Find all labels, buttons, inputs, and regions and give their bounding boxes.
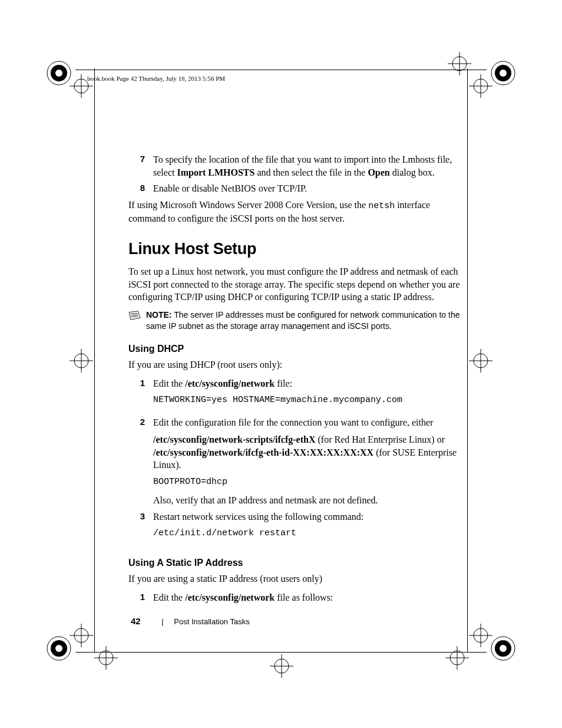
crosshair-icon xyxy=(448,52,471,75)
list-item: 1 Edit the /etc/sysconfig/network file a… xyxy=(128,591,461,604)
step-text: Edit the /etc/sysconfig/network file: xyxy=(153,377,461,390)
step-text: /etc/sysconfig/network-scripts/ifcfg-eth… xyxy=(153,433,461,472)
code-block: /etc/init.d/network restart xyxy=(153,528,461,539)
registration-mark-icon xyxy=(489,634,517,663)
list-item: 1 Edit the /etc/sysconfig/network file: … xyxy=(128,377,461,413)
note-label: NOTE: xyxy=(146,310,172,319)
step-text: Enable or disable NetBIOS over TCP/IP. xyxy=(153,182,461,195)
paragraph: If you are using a static IP address (ro… xyxy=(128,572,461,585)
crosshair-icon xyxy=(94,646,118,670)
step-text: To specify the location of the file that… xyxy=(153,153,461,179)
step-text: Edit the /etc/sysconfig/network file as … xyxy=(153,591,461,604)
page-body: 7 To specify the location of the file th… xyxy=(128,153,461,608)
heading-linux-host-setup: Linux Host Setup xyxy=(128,238,461,259)
code-block: NETWORKING=yes HOSTNAME=mymachine.mycomp… xyxy=(153,394,461,406)
registration-mark-icon xyxy=(45,634,73,663)
note-icon xyxy=(128,311,141,320)
svg-point-27 xyxy=(55,645,62,652)
section-name: Post Installation Tasks xyxy=(174,617,249,626)
list-item: 7 To specify the location of the file th… xyxy=(128,153,461,179)
step-text: Also, verify that an IP address and netm… xyxy=(153,494,461,507)
registration-mark-icon xyxy=(489,59,517,87)
step-text: Restart network services using the follo… xyxy=(153,510,461,523)
list-item: 3 Restart network services using the fol… xyxy=(128,510,461,546)
crosshair-icon xyxy=(70,349,93,373)
heading-using-static-ip: Using A Static IP Address xyxy=(128,556,461,569)
step-number: 1 xyxy=(128,377,153,413)
step-text: Edit the configuration file for the conn… xyxy=(153,416,461,429)
step-number: 7 xyxy=(128,153,153,179)
paragraph: To set up a Linux host network, you must… xyxy=(128,265,461,304)
list-item: 2 Edit the configuration file for the co… xyxy=(128,416,461,507)
page-number: 42 xyxy=(131,616,141,626)
crosshair-icon xyxy=(70,624,93,647)
footer-separator: | xyxy=(161,617,163,626)
crosshair-icon xyxy=(445,646,469,670)
crosshair-icon xyxy=(70,74,93,98)
crosshair-icon xyxy=(270,654,293,678)
step-number: 1 xyxy=(128,591,153,604)
step-number: 2 xyxy=(128,416,153,507)
step-number: 3 xyxy=(128,510,153,546)
paragraph: If you are using DHCP (root users only): xyxy=(128,358,461,371)
svg-point-2 xyxy=(55,70,62,77)
note-text: The server IP addresses must be configur… xyxy=(146,310,460,331)
heading-using-dhcp: Using DHCP xyxy=(128,342,461,355)
svg-point-45 xyxy=(500,645,507,652)
list-item: 8 Enable or disable NetBIOS over TCP/IP. xyxy=(128,182,461,195)
svg-point-14 xyxy=(500,70,507,77)
page-footer: 42 | Post Installation Tasks xyxy=(131,615,250,627)
note-block: NOTE: The server IP addresses must be co… xyxy=(128,309,461,332)
registration-mark-icon xyxy=(45,59,73,87)
crosshair-icon xyxy=(469,349,492,373)
code-block: BOOTPROTO=dhcp xyxy=(153,476,461,488)
running-header: book.book Page 42 Thursday, July 18, 201… xyxy=(87,74,225,83)
paragraph: If using Microsoft Windows Server 2008 C… xyxy=(128,199,461,225)
step-number: 8 xyxy=(128,182,153,195)
